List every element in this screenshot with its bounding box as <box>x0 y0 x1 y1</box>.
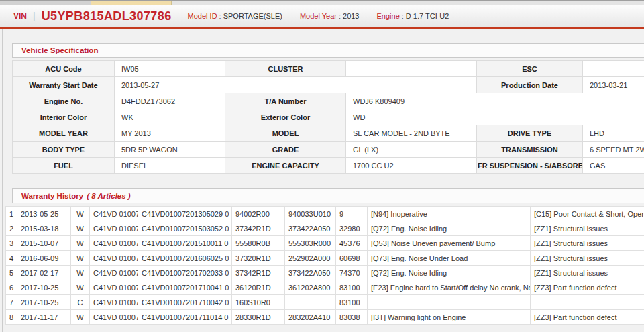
spec-label: Interior Color <box>13 109 115 125</box>
warranty-cell-row-number: 6 <box>6 280 17 295</box>
spec-label: TRANSMISSION <box>477 142 583 158</box>
warranty-cell-row-number: 5 <box>6 266 17 280</box>
warranty-cell-part-number: 373422A050 <box>285 221 336 236</box>
warranty-cell-mileage: 83100 <box>336 280 368 295</box>
warranty-cell-part-number: 555303R000 <box>285 236 336 251</box>
warranty-cell-claim-date: 2015-10-07 <box>17 236 71 251</box>
warranty-cell-claim-number: C41VD01007201711014 0 <box>138 310 232 325</box>
spec-label: MODEL YEAR <box>13 125 115 142</box>
spec-value: DIESEL <box>115 158 225 174</box>
spec-value: WDJ6 K809409 <box>346 93 644 109</box>
spec-value <box>583 61 644 77</box>
warranty-cell-claim-type: W <box>71 266 90 280</box>
warranty-cell-claim-date: 2015-03-18 <box>17 221 71 236</box>
warranty-row[interactable]: 12013-05-25WC41VD 01007C41VD010072013050… <box>6 207 644 221</box>
spec-label: Warranty Start Date <box>13 77 115 93</box>
warranty-cell-dealer-code: C41VD 01007 <box>90 251 138 266</box>
browser-top-strip <box>0 0 644 5</box>
vin-value: U5YPB815ADL307786 <box>42 9 172 23</box>
warranty-cell-claim-number: C41VD01007201503052 0 <box>138 221 232 236</box>
warranty-row[interactable]: 52017-02-17WC41VD 01007C41VD010072017020… <box>6 266 644 280</box>
warranty-cell-cause-description: [ZZ1] Structural issues <box>531 221 644 236</box>
spec-value <box>346 61 477 77</box>
spec-label: BODY TYPE <box>13 142 115 158</box>
warranty-cell-row-number: 2 <box>6 221 17 236</box>
warranty-cell-claim-type: W <box>71 207 90 221</box>
warranty-cell-claim-date: 2017-02-17 <box>17 266 71 280</box>
spec-label: Production Date <box>477 77 583 93</box>
warranty-cell-mileage: 60698 <box>336 251 368 266</box>
warranty-cell-row-number: 3 <box>6 236 17 251</box>
warranty-cell-op-code: 28330R1D <box>232 310 285 325</box>
warranty-cell-dealer-code: C41VD 01007 <box>90 266 138 280</box>
warranty-history-title: Warranty History <box>21 192 83 200</box>
spec-value: GL (LX) <box>346 142 477 158</box>
warranty-cell-nature-description: [I3T] Warning light on Engine <box>368 310 531 325</box>
warranty-cell-row-number: 1 <box>6 207 17 221</box>
spec-label: GRADE <box>225 142 346 158</box>
vin-header-bar: VIN | U5YPB815ADL307786 Model ID:SPORTAG… <box>0 5 644 29</box>
warranty-cell-op-code: 37342R1D <box>232 266 285 280</box>
spec-value: 2013-05-27 <box>115 77 477 93</box>
spec-label: DRIVE TYPE <box>477 125 583 142</box>
warranty-cell-dealer-code: C41VD 01007 <box>90 310 138 325</box>
spec-value: 1700 CC U2 <box>346 158 477 174</box>
model-id-value: SPORTAGE(SLE) <box>223 12 282 20</box>
warranty-cell-op-code: 55580R0B <box>232 236 285 251</box>
warranty-cell-claim-date: 2017-10-25 <box>17 295 71 310</box>
warranty-cell-cause-description: [ZZ1] Structural issues <box>531 236 644 251</box>
warranty-cell-claim-number: C41VD01007201606025 0 <box>138 251 232 266</box>
spec-label: MODEL <box>225 125 346 142</box>
warranty-cell-claim-type: W <box>71 251 90 266</box>
warranty-row[interactable]: 62017-10-25WC41VD 01007C41VD010072017100… <box>6 280 644 295</box>
warranty-row[interactable]: 72017-10-25CC41VD 01007C41VD010072017100… <box>6 295 644 310</box>
spec-row: MODEL YEARMY 2013MODELSL CAR MODEL - 2ND… <box>13 125 644 142</box>
warranty-cell-op-code: 37320R1D <box>232 251 285 266</box>
warranty-row[interactable]: 82017-11-17WC41VD 01007C41VD010072017110… <box>6 310 644 325</box>
warranty-cell-claim-type: W <box>71 236 90 251</box>
warranty-cell-row-number: 8 <box>6 310 17 325</box>
app-window: { "colors": { "accent_red": "#c5232b", "… <box>0 0 644 332</box>
warranty-cell-cause-description <box>531 295 644 310</box>
warranty-cell-dealer-code: C41VD 01007 <box>90 236 138 251</box>
warranty-cell-dealer-code: C41VD 01007 <box>90 295 138 310</box>
spec-value: SL CAR MODEL - 2ND BYTE <box>346 125 477 142</box>
warranty-cell-op-code: 37342R1D <box>232 221 285 236</box>
warranty-row[interactable]: 42016-06-09WC41VD 01007C41VD010072016060… <box>6 251 644 266</box>
warranty-history-count: ( 8 Articles ) <box>87 192 130 200</box>
spec-value: D4FDDZ173062 <box>115 93 225 109</box>
model-year-separator: : <box>339 12 341 20</box>
field-model-year: Model Year:2013 <box>300 12 360 20</box>
spec-label: FUEL <box>13 158 115 174</box>
spec-label: T/A Number <box>225 93 346 109</box>
spec-label: Exterior Color <box>225 109 346 125</box>
spec-label: ENGINE CAPACITY <box>225 158 346 174</box>
spec-value: IW05 <box>115 61 225 77</box>
warranty-row[interactable]: 22015-03-18WC41VD 01007C41VD010072015030… <box>6 221 644 236</box>
spec-value: 6 SPEED MT 2WD <box>583 142 644 158</box>
warranty-cell-claim-date: 2017-10-25 <box>17 280 71 295</box>
warranty-cell-nature-description: [Q72] Eng. Noise Idling <box>368 221 531 236</box>
spec-label: ACU Code <box>13 61 115 77</box>
warranty-row[interactable]: 32015-10-07WC41VD 01007C41VD010072015100… <box>6 236 644 251</box>
warranty-cell-claim-type: W <box>71 221 90 236</box>
vin-label: VIN <box>13 11 27 21</box>
spec-value: GAS <box>583 158 644 174</box>
engine-separator: : <box>402 12 404 20</box>
warranty-cell-nature-description: [Q73] Eng. Noise Under Load <box>368 251 531 266</box>
warranty-cell-mileage: 74370 <box>336 266 368 280</box>
warranty-history-table: 12013-05-25WC41VD 01007C41VD010072013050… <box>5 206 644 325</box>
warranty-cell-nature-description: [Q72] Eng. Noise Idling <box>368 266 531 280</box>
warranty-cell-op-code: 160S10R0 <box>232 295 285 310</box>
warranty-cell-op-code: 36120R1D <box>232 280 285 295</box>
warranty-cell-claim-type: C <box>71 295 90 310</box>
spec-label: CLUSTER <box>225 61 346 77</box>
warranty-cell-claim-number: C41VD01007201305029 0 <box>138 207 232 221</box>
spec-label: ESC <box>477 61 583 77</box>
spec-row: BODY TYPE5DR 5P WAGONGRADEGL (LX)TRANSMI… <box>13 142 644 158</box>
warranty-cell-row-number: 4 <box>6 251 17 266</box>
model-id-label: Model ID <box>188 12 217 20</box>
warranty-cell-part-number <box>285 295 336 310</box>
warranty-cell-part-number: 252902A000 <box>285 251 336 266</box>
warranty-cell-claim-date: 2013-05-25 <box>17 207 71 221</box>
